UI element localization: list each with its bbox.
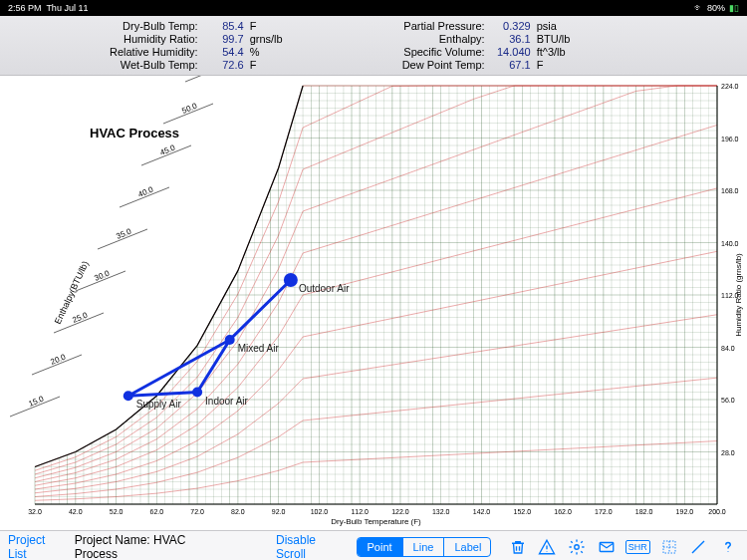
bottom-toolbar: Project List Project Name: HVAC Process …: [0, 530, 747, 560]
svg-text:224.0: 224.0: [721, 83, 739, 90]
seg-point[interactable]: Point: [358, 538, 403, 556]
drybulb-unit: F: [250, 20, 283, 32]
svg-text:42.0: 42.0: [69, 508, 83, 515]
svg-point-197: [124, 391, 133, 401]
svg-text:182.0: 182.0: [635, 508, 653, 515]
sv-unit: ft^3/lb: [537, 46, 571, 58]
project-list-link[interactable]: Project List: [8, 533, 67, 561]
dp-value: 67.1: [491, 59, 531, 71]
drybulb-label: Dry-Bulb Temp:: [110, 20, 198, 32]
rh-unit: %: [250, 46, 283, 58]
svg-point-191: [284, 273, 298, 287]
seg-line[interactable]: Line: [403, 538, 445, 556]
svg-text:140.0: 140.0: [721, 240, 739, 247]
svg-text:52.0: 52.0: [110, 508, 124, 515]
enth-label: Enthalpy:: [402, 33, 485, 45]
svg-text:132.0: 132.0: [432, 508, 450, 515]
svg-text:172.0: 172.0: [595, 508, 613, 515]
pp-label: Partial Pressure:: [402, 20, 485, 32]
trash-icon[interactable]: [507, 536, 529, 558]
wetbulb-unit: F: [250, 59, 283, 71]
battery-pct: 80%: [707, 3, 725, 13]
grid-icon[interactable]: [658, 536, 680, 558]
svg-text:Dry-Bulb Temperature (F): Dry-Bulb Temperature (F): [331, 517, 421, 526]
sv-label: Specific Volume:: [402, 46, 485, 58]
svg-line-158: [185, 76, 235, 82]
svg-text:122.0: 122.0: [391, 508, 409, 515]
svg-text:28.0: 28.0: [721, 449, 735, 456]
pp-unit: psia: [537, 20, 571, 32]
svg-text:192.0: 192.0: [676, 508, 694, 515]
svg-text:142.0: 142.0: [473, 508, 491, 515]
warning-icon[interactable]: [537, 536, 559, 558]
humidityratio-label: Humidity Ratio:: [110, 33, 198, 45]
svg-text:168.0: 168.0: [721, 187, 739, 194]
svg-text:162.0: 162.0: [554, 508, 572, 515]
help-icon[interactable]: [717, 536, 739, 558]
status-bar: 2:56 PM Thu Jul 11 ᯤ 80% ▮▯: [0, 0, 747, 16]
properties-header: Dry-Bulb Temp:85.4F Humidity Ratio:99.7g…: [0, 16, 747, 76]
wetbulb-label: Wet-Bulb Temp:: [110, 59, 198, 71]
svg-text:Mixed Air: Mixed Air: [238, 343, 280, 354]
sv-value: 14.040: [491, 46, 531, 58]
svg-text:Humidity Ratio (grns/lb): Humidity Ratio (grns/lb): [734, 253, 743, 337]
svg-text:Supply Air: Supply Air: [136, 399, 182, 410]
wifi-icon: ᯤ: [694, 3, 703, 13]
humidityratio-unit: grns/lb: [250, 33, 283, 45]
humidityratio-value: 99.7: [204, 33, 244, 45]
svg-text:Indoor Air: Indoor Air: [205, 396, 248, 407]
svg-text:152.0: 152.0: [514, 508, 532, 515]
battery-icon: ▮▯: [729, 3, 739, 13]
svg-text:72.0: 72.0: [190, 508, 204, 515]
projectname-label: Project Name:: [75, 533, 150, 547]
svg-text:196.0: 196.0: [721, 136, 739, 142]
svg-point-193: [225, 335, 235, 345]
svg-text:82.0: 82.0: [231, 508, 245, 515]
dp-label: Dew Point Temp:: [402, 59, 485, 71]
status-time: 2:56 PM: [8, 3, 42, 13]
svg-text:92.0: 92.0: [272, 508, 286, 515]
disable-scroll-button[interactable]: Disable Scroll: [276, 533, 349, 561]
psychrometric-chart[interactable]: HVAC Process 15.020.025.030.035.040.045.…: [0, 76, 747, 530]
drybulb-value: 85.4: [204, 20, 244, 32]
mode-segmented-control[interactable]: Point Line Label: [357, 537, 491, 557]
chart-svg: 15.020.025.030.035.040.045.050.055.0Enth…: [0, 76, 747, 530]
wetbulb-value: 72.6: [204, 59, 244, 71]
mail-icon[interactable]: [596, 536, 618, 558]
svg-text:56.0: 56.0: [721, 397, 735, 404]
svg-point-199: [575, 544, 580, 549]
svg-text:Outdoor Air: Outdoor Air: [299, 283, 350, 294]
svg-text:84.0: 84.0: [721, 345, 735, 352]
seg-label[interactable]: Label: [444, 538, 490, 556]
svg-text:62.0: 62.0: [150, 508, 164, 515]
svg-text:200.0: 200.0: [708, 508, 726, 515]
status-date: Thu Jul 11: [46, 3, 88, 13]
enth-unit: BTU/lb: [537, 33, 571, 45]
gear-icon[interactable]: [566, 536, 588, 558]
svg-text:102.0: 102.0: [311, 508, 329, 515]
enth-value: 36.1: [491, 33, 531, 45]
svg-text:112.0: 112.0: [351, 508, 369, 515]
rh-value: 54.4: [204, 46, 244, 58]
rh-label: Relative Humidity:: [110, 46, 198, 58]
svg-point-195: [192, 388, 202, 398]
pp-value: 0.329: [491, 20, 531, 32]
shr-button[interactable]: SHR: [625, 540, 650, 554]
dp-unit: F: [537, 59, 571, 71]
line-tool-icon[interactable]: [688, 536, 710, 558]
svg-text:32.0: 32.0: [28, 508, 42, 515]
